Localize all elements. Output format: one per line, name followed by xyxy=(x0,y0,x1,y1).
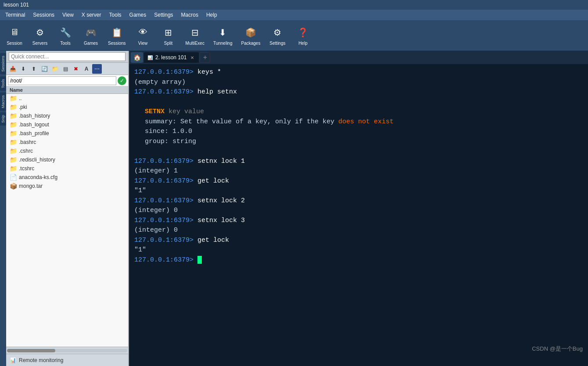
packages-icon: 📦 xyxy=(244,25,258,39)
path-check-btn[interactable]: ✓ xyxy=(118,76,126,85)
toolbar-servers-btn[interactable]: ⚙ Servers xyxy=(29,24,51,47)
list-item[interactable]: 📄 anaconda-ks.cfg xyxy=(6,173,128,182)
path-bar: ✓ xyxy=(6,75,128,86)
toolbar-split-label: Split xyxy=(164,41,172,46)
prompt: 127.0.0.1:6379> xyxy=(134,237,197,244)
toolbar-view-btn[interactable]: 👁 View xyxy=(132,24,154,47)
folder-icon: 📁 xyxy=(10,165,17,172)
terminal-content[interactable]: 127.0.0.1:6379> keys * (empty array) 127… xyxy=(129,64,588,366)
folder-icon: 📁 xyxy=(10,104,17,111)
terminal-line: 127.0.0.1:6379> get lock xyxy=(134,176,583,187)
fp-btn-1[interactable]: 📥 xyxy=(8,64,18,74)
remote-monitor-icon: 📊 xyxy=(10,357,16,363)
main-layout: Sessions Tools Macros Snip 📥 ⬇ ⬆ 🔄 📁 ▤ ✖… xyxy=(0,51,588,366)
terminal-line: summary: Set the value of a key, only if… xyxy=(134,117,583,127)
list-item[interactable]: 📁 .rediscli_history xyxy=(6,155,128,164)
fp-btn-3[interactable]: ⬆ xyxy=(29,64,39,74)
settings-icon: ⚙ xyxy=(270,25,284,39)
side-tab-macros[interactable]: Macros xyxy=(0,93,6,111)
cmd-text: setnx lock 1 xyxy=(197,158,245,165)
multiexec-icon: ⊟ xyxy=(188,25,202,39)
file-column-header: Name xyxy=(10,87,23,93)
folder-icon: 📁 xyxy=(10,121,17,128)
terminal-line xyxy=(134,97,583,108)
menu-sessions[interactable]: Sessions xyxy=(29,11,58,19)
archive-icon: 📦 xyxy=(10,183,17,190)
list-item[interactable]: 📁 .bash_history xyxy=(6,111,128,120)
list-item[interactable]: 📁 .tcshrc xyxy=(6,164,128,173)
menu-terminal[interactable]: Terminal xyxy=(2,11,29,19)
list-item[interactable]: 📁 .pki xyxy=(6,103,128,111)
toolbar-tools-btn[interactable]: 🔧 Tools xyxy=(54,24,76,47)
cmd-text: keys * xyxy=(197,68,221,76)
fp-btn-text[interactable]: A xyxy=(82,64,91,74)
fp-btn-settings[interactable]: ⋯ xyxy=(92,64,102,74)
toolbar-tunneling-label: Tunneling xyxy=(213,41,233,46)
menu-tools[interactable]: Tools xyxy=(106,11,125,19)
sessions-icon: 📋 xyxy=(110,25,124,39)
terminal-line: SETNX key value xyxy=(134,107,583,117)
scroll-thumb xyxy=(7,349,55,352)
toolbar-packages-btn[interactable]: 📦 Packages xyxy=(239,24,263,47)
tab-home-btn[interactable]: 🏠 xyxy=(131,52,143,63)
list-item[interactable]: 📁 .bash_profile xyxy=(6,129,128,138)
title-bar: lesson 101 xyxy=(0,0,588,10)
cmd-text: help setnx xyxy=(197,88,237,96)
toolbar-settings-btn[interactable]: ⚙ Settings xyxy=(266,24,288,47)
terminal-line xyxy=(134,147,583,157)
fp-btn-folder[interactable]: 📁 xyxy=(50,64,60,74)
tab-close-btn[interactable]: ✕ xyxy=(189,54,195,61)
tab-label: 2. lesson 101 xyxy=(155,54,186,61)
toolbar-games-label: Games xyxy=(84,41,98,46)
menu-help[interactable]: Help xyxy=(203,11,221,19)
folder-icon: 📁 xyxy=(10,147,17,154)
menu-view[interactable]: View xyxy=(59,11,77,19)
toolbar-games-btn[interactable]: 🎮 Games xyxy=(80,24,102,47)
side-tab-sessions[interactable]: Sessions xyxy=(0,53,6,75)
toolbar-tunneling-btn[interactable]: ⬇ Tunneling xyxy=(211,24,235,47)
games-icon: 🎮 xyxy=(84,25,98,39)
split-icon: ⊞ xyxy=(161,25,176,39)
cursor xyxy=(197,256,202,264)
toolbar-sessions-label: Sessions xyxy=(108,41,126,46)
menu-xserver[interactable]: X server xyxy=(78,11,105,19)
quick-connect-input[interactable] xyxy=(9,52,125,61)
file-scroll-bar[interactable] xyxy=(6,347,128,354)
side-tab-snip[interactable]: Snip xyxy=(0,112,6,126)
tab-add-btn[interactable]: + xyxy=(200,52,210,63)
terminal-line: "1" xyxy=(134,186,583,196)
folder-icon: 📁 xyxy=(10,139,17,146)
path-input[interactable] xyxy=(8,76,116,85)
list-item[interactable]: 📁 .cshrc xyxy=(6,147,128,155)
watermark: CSDN @是一个Bug xyxy=(532,345,583,353)
menu-macros[interactable]: Macros xyxy=(178,11,202,19)
side-tab-tools[interactable]: Tools xyxy=(0,76,6,91)
toolbar-packages-label: Packages xyxy=(241,41,261,46)
list-item[interactable]: 📁 .bash_logout xyxy=(6,120,128,129)
list-item[interactable]: 📁 .bashrc xyxy=(6,138,128,147)
menu-settings[interactable]: Settings xyxy=(151,11,176,19)
toolbar-split-btn[interactable]: ⊞ Split xyxy=(158,24,179,47)
remote-monitoring-bar[interactable]: 📊 Remote monitoring xyxy=(6,354,128,366)
toolbar-multiexec-btn[interactable]: ⊟ MultiExec xyxy=(183,24,207,47)
list-item[interactable]: 📦 mongo.tar xyxy=(6,182,128,190)
toolbar-help-btn[interactable]: ❓ Help xyxy=(292,24,314,47)
toolbar-help-label: Help xyxy=(298,41,308,46)
fp-btn-refresh[interactable]: 🔄 xyxy=(39,64,49,74)
toolbar-sessions-btn[interactable]: 📋 Sessions xyxy=(105,24,129,47)
list-item[interactable]: 📁 .. xyxy=(6,94,128,103)
cmd-text: setnx lock 3 xyxy=(197,217,245,224)
toolbar-session-btn[interactable]: 🖥 Session xyxy=(4,24,25,47)
terminal-area: 🏠 📊 2. lesson 101 ✕ + 127.0.0.1:6379> ke… xyxy=(129,51,588,366)
terminal-line: 127.0.0.1:6379> help setnx xyxy=(134,87,583,97)
tab-lesson101[interactable]: 📊 2. lesson 101 ✕ xyxy=(144,52,199,63)
prompt: 127.0.0.1:6379> xyxy=(134,68,197,76)
terminal-line: group: string xyxy=(134,137,583,147)
tab-icon: 📊 xyxy=(147,55,153,60)
fp-btn-close[interactable]: ✖ xyxy=(71,64,81,74)
fp-btn-view[interactable]: ▤ xyxy=(61,64,70,74)
prompt: 127.0.0.1:6379> xyxy=(134,177,197,185)
fp-btn-2[interactable]: ⬇ xyxy=(18,64,28,74)
toolbar-view-label: View xyxy=(138,41,148,46)
menu-games[interactable]: Games xyxy=(126,11,150,19)
